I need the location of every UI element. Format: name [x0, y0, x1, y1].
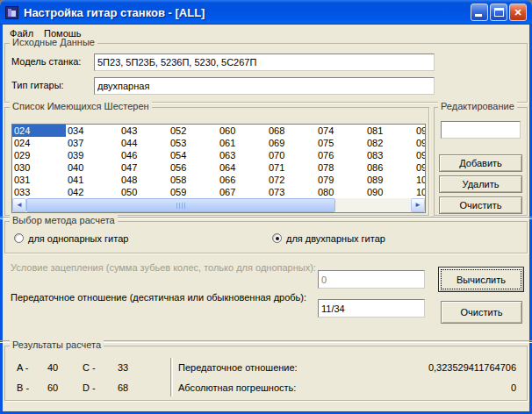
editing-input[interactable]	[441, 121, 521, 139]
guitar-type-input[interactable]	[94, 77, 435, 95]
gear-cell[interactable]: 050	[119, 186, 169, 198]
gear-cell[interactable]: 058	[169, 174, 218, 186]
gear-cell[interactable]: 10	[414, 174, 425, 186]
minimize-icon	[475, 14, 482, 17]
gear-cell[interactable]: 075	[316, 137, 365, 149]
gear-cell[interactable]: 054	[169, 149, 218, 161]
calculate-button[interactable]: Вычислить	[438, 267, 524, 292]
gear-cell[interactable]: 066	[218, 174, 267, 186]
gear-cell[interactable]: 031	[12, 174, 66, 186]
gear-cell[interactable]: 073	[267, 186, 316, 198]
method-option-single[interactable]: для однопарных гитар	[14, 232, 128, 244]
gear-cell[interactable]: 059	[169, 186, 218, 198]
gear-cell[interactable]: 074	[316, 125, 365, 137]
result-gear-b-value: 60	[47, 382, 58, 393]
model-input[interactable]	[94, 54, 435, 71]
gear-cell[interactable]: 071	[267, 161, 316, 174]
gear-cell[interactable]: 078	[316, 161, 365, 174]
group-results: Результаты расчета A - 40 C - 33 B - 60 …	[4, 346, 528, 401]
model-label: Модель станка:	[11, 56, 81, 67]
gear-listbox[interactable]: 0240340430520600680740810902403704405306…	[11, 124, 426, 213]
gear-cell[interactable]: 09	[414, 137, 425, 149]
clear-list-button[interactable]: Очистить	[439, 196, 522, 214]
gear-cell[interactable]: 089	[365, 174, 414, 186]
gear-cell[interactable]: 080	[316, 186, 365, 198]
result-ratio-label: Передаточное отношение:	[178, 362, 298, 373]
scroll-right-button[interactable]: ►	[411, 198, 425, 212]
result-ratio-value: 0,323529411764706	[428, 362, 516, 373]
h-scrollbar[interactable]: ◄ ►	[12, 198, 425, 212]
window-controls: ✕	[471, 4, 527, 21]
gear-cell[interactable]: 030	[12, 161, 66, 174]
group-method: Выбор метода расчета для однопарных гита…	[4, 221, 528, 253]
guitar-type-label: Тип гитары:	[11, 80, 64, 90]
gear-cell[interactable]: 060	[218, 125, 267, 137]
gear-cell[interactable]: 044	[119, 137, 169, 149]
gear-row: 03304205005906707308009010	[12, 186, 425, 198]
gear-cell[interactable]: 076	[316, 149, 365, 161]
gear-cell[interactable]: 086	[365, 161, 414, 174]
app-icon	[5, 6, 18, 19]
gear-row: 02403704405306106907508209	[12, 137, 425, 149]
scroll-thumb[interactable]	[26, 198, 335, 212]
gear-cell[interactable]: 043	[119, 125, 169, 137]
gear-cell[interactable]: 068	[267, 125, 316, 137]
gear-cell[interactable]: 024	[12, 137, 66, 149]
maximize-icon	[494, 8, 504, 17]
group-editing: Редактирование Добавить Удалить Очистить	[434, 107, 528, 216]
group-results-title: Результаты расчета	[10, 339, 104, 350]
gear-cell[interactable]: 039	[66, 149, 119, 161]
clear-calc-button[interactable]: Очистить	[441, 301, 522, 324]
gear-cell[interactable]: 046	[119, 149, 169, 161]
gear-cell[interactable]: 069	[267, 137, 316, 149]
ratio-input[interactable]	[318, 299, 425, 318]
group-method-title: Выбор метода расчета	[10, 215, 118, 225]
group-source-title: Исходные Данные	[10, 37, 97, 47]
maximize-button[interactable]	[490, 4, 507, 21]
gear-cell[interactable]: 082	[365, 137, 414, 149]
gear-cell[interactable]: 029	[12, 149, 66, 161]
minimize-button[interactable]	[471, 4, 488, 21]
gear-cell[interactable]: 048	[119, 174, 169, 186]
gear-cell[interactable]: 079	[316, 174, 365, 186]
engagement-label: Условие зацепления (сумма зубьев колес, …	[11, 261, 318, 275]
gear-cell[interactable]: 041	[66, 174, 119, 186]
gear-cell[interactable]: 070	[267, 149, 316, 161]
gear-cell[interactable]: 034	[66, 125, 119, 137]
gear-cell[interactable]: 090	[365, 186, 414, 198]
gear-cell[interactable]: 064	[218, 161, 267, 174]
gear-cell[interactable]: 061	[218, 137, 267, 149]
gear-cell[interactable]: 047	[119, 161, 169, 174]
radio-icon	[272, 233, 282, 243]
gear-cell[interactable]: 053	[169, 137, 218, 149]
gear-cell[interactable]: 040	[66, 161, 119, 174]
method-option-double[interactable]: для двухпарных гитар	[272, 232, 385, 244]
group-gear-list-title: Список Имеющихся Шестерен	[10, 101, 152, 111]
gear-cell[interactable]: 09	[414, 161, 425, 174]
gear-cell[interactable]: 033	[12, 186, 66, 198]
gear-cell[interactable]: 052	[169, 125, 218, 137]
titlebar[interactable]: Настройка гитар станков - [ALL] ✕	[0, 0, 532, 25]
gear-cell[interactable]: 09	[414, 125, 425, 137]
delete-button[interactable]: Удалить	[439, 175, 522, 193]
gear-cell[interactable]: 056	[169, 161, 218, 174]
gear-cell[interactable]: 09	[414, 149, 425, 161]
gear-cell[interactable]: 072	[267, 174, 316, 186]
close-icon: ✕	[514, 7, 521, 18]
gear-cell[interactable]: 081	[365, 125, 414, 137]
scroll-right-icon: ►	[414, 201, 421, 209]
gear-cell[interactable]: 067	[218, 186, 267, 198]
gear-cell[interactable]: 10	[414, 186, 425, 198]
gear-cell[interactable]: 083	[365, 149, 414, 161]
result-error-value: 0	[511, 382, 516, 393]
group-editing-title: Редактирование	[438, 101, 517, 111]
close-button[interactable]: ✕	[509, 4, 527, 21]
gear-cell[interactable]: 042	[66, 186, 119, 198]
gear-cell[interactable]: 024	[12, 125, 66, 137]
group-source-data: Исходные Данные Модель станка: Тип гитар…	[4, 43, 528, 103]
add-button[interactable]: Добавить	[439, 154, 522, 172]
scroll-left-button[interactable]: ◄	[12, 198, 26, 212]
method-option-double-label: для двухпарных гитар	[286, 233, 385, 244]
gear-cell[interactable]: 063	[218, 149, 267, 161]
gear-cell[interactable]: 037	[66, 137, 119, 149]
